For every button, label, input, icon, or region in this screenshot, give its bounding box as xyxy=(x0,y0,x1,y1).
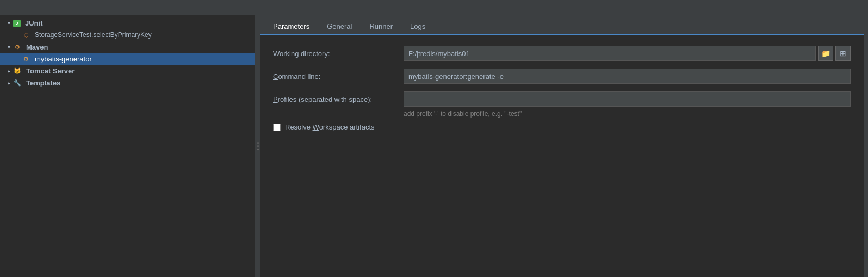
resize-dot-2 xyxy=(257,145,259,147)
command-line-row: Command line: xyxy=(273,69,851,84)
profiles-row: Profiles (separated with space): xyxy=(273,91,851,107)
maven-label: Maven xyxy=(26,43,48,51)
profiles-label-rest: rofiles (separated with space): xyxy=(278,95,372,103)
expand-arrow-maven[interactable] xyxy=(4,44,13,50)
junit-icon: J xyxy=(13,20,21,27)
tree-item-mybatis-generator[interactable]: ⚙ mybatis-generator xyxy=(0,53,255,65)
storageservicetest-label: StorageServiceTest.selectByPrimaryKey xyxy=(35,31,152,39)
tree-item-templates[interactable]: 🔧 Templates xyxy=(0,77,255,89)
tree-item-maven[interactable]: ⚙ Maven xyxy=(0,41,255,53)
tabs-bar: Parameters General Runner Logs xyxy=(260,15,864,35)
workspace-underline: W xyxy=(313,123,319,131)
tree-item-storageservicetest[interactable]: ⬡ StorageServiceTest.selectByPrimaryKey xyxy=(0,29,255,41)
resolve-workspace-label-rest: orkspace artifacts xyxy=(319,123,375,131)
maven-icon: ⚙ xyxy=(13,42,22,51)
command-line-input-wrapper xyxy=(404,69,851,84)
expand-arrow-tomcat[interactable] xyxy=(4,68,13,74)
working-directory-row: Working directory: 📁 ⊞ xyxy=(273,46,851,61)
top-bar xyxy=(0,0,868,15)
working-directory-folder-btn[interactable]: 📁 xyxy=(818,46,833,61)
folder-icon: 📁 xyxy=(821,49,830,58)
tree-item-tomcat-server[interactable]: 🐱 Tomcat Server xyxy=(0,65,255,77)
resolve-workspace-row: Resolve Workspace artifacts xyxy=(273,123,851,131)
right-scrollbar[interactable] xyxy=(864,15,868,277)
tab-logs[interactable]: Logs xyxy=(401,19,434,35)
resolve-workspace-checkbox[interactable] xyxy=(273,124,281,131)
tree-item-junit[interactable]: J JUnit xyxy=(0,17,255,29)
templates-label: Templates xyxy=(26,79,60,87)
command-line-label: Command line: xyxy=(273,72,404,81)
working-directory-input[interactable] xyxy=(404,46,816,61)
tab-parameters[interactable]: Parameters xyxy=(264,19,318,35)
main-container: J JUnit ⬡ StorageServiceTest.selectByPri… xyxy=(0,15,868,277)
profiles-label: Profiles (separated with space): xyxy=(273,95,404,103)
tab-runner[interactable]: Runner xyxy=(361,19,401,35)
working-directory-input-wrapper: 📁 ⊞ xyxy=(404,46,851,61)
junit-label: JUnit xyxy=(25,19,43,27)
test-icon: ⬡ xyxy=(22,30,30,39)
resize-dot-3 xyxy=(257,149,259,150)
working-directory-label: Working directory: xyxy=(273,50,404,58)
profiles-underline: P xyxy=(273,95,278,103)
mybatis-label: mybatis-generator xyxy=(35,55,92,63)
resize-dot-1 xyxy=(257,142,259,144)
expand-arrow-templates[interactable] xyxy=(4,80,13,86)
resize-handle[interactable] xyxy=(256,15,260,277)
expand-icon: ⊞ xyxy=(840,49,846,58)
wrench-icon: 🔧 xyxy=(13,78,22,87)
profiles-hint: add prefix '-' to disable profile, e.g. … xyxy=(404,110,851,118)
form-content: Working directory: 📁 ⊞ Command line: xyxy=(260,35,864,277)
command-line-input[interactable] xyxy=(404,69,851,84)
expand-arrow-junit[interactable] xyxy=(4,20,13,26)
tab-general[interactable]: General xyxy=(318,19,361,35)
left-panel: J JUnit ⬡ StorageServiceTest.selectByPri… xyxy=(0,15,256,277)
command-underline: C xyxy=(273,72,278,81)
working-directory-expand-btn[interactable]: ⊞ xyxy=(835,46,851,61)
resolve-workspace-label: Resolve Workspace artifacts xyxy=(285,123,375,131)
tomcat-label: Tomcat Server xyxy=(26,67,75,75)
right-panel: Parameters General Runner Logs Working d… xyxy=(260,15,864,277)
tomcat-icon: 🐱 xyxy=(13,66,22,75)
command-line-label-text: Command line: xyxy=(273,72,320,81)
gear-icon: ⚙ xyxy=(22,54,30,63)
profiles-input[interactable] xyxy=(404,91,851,107)
command-label-rest: ommand line: xyxy=(278,72,320,81)
profiles-input-wrapper xyxy=(404,91,851,107)
